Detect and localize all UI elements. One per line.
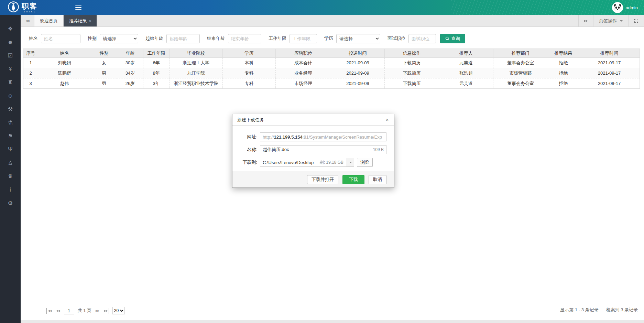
sidebar-item-recruitment[interactable]: ⚒ (0, 103, 21, 116)
scroll-tabs-right-icon[interactable]: ▶▶ (578, 15, 593, 26)
first-page-icon[interactable]: ◀◀ (46, 308, 52, 314)
talent-icon: Ψ (8, 147, 12, 153)
column-header[interactable]: 序号 (23, 49, 38, 58)
column-header[interactable]: 信息操作 (385, 49, 439, 58)
column-header[interactable]: 工作年限 (143, 49, 170, 58)
column-header[interactable]: 投递时间 (331, 49, 385, 58)
table-cell: 2 (23, 68, 38, 78)
age-end-filter-input[interactable] (228, 34, 261, 43)
tab-close-icon[interactable]: × (89, 19, 91, 23)
sidebar-item-team[interactable]: ☺ (0, 89, 21, 103)
interview-post-filter-input[interactable] (408, 34, 436, 43)
table-cell: 3年 (143, 78, 170, 89)
horizontal-scrollbar[interactable] (21, 320, 644, 323)
info-icon: i (10, 187, 11, 193)
sidebar-item-tasks[interactable]: ☑ (0, 49, 21, 62)
sidebar-item-dashboard[interactable]: ❖ (0, 22, 21, 35)
column-header[interactable]: 姓名 (38, 49, 91, 58)
destination-field[interactable]: C:\Users\Lenovo\Desktop 剩: 19.18 GB (260, 158, 346, 167)
download-button[interactable]: 下载 (342, 175, 364, 184)
scroll-tabs-left-icon[interactable]: ◀◀ (21, 15, 34, 26)
filter-toolbar: 姓名 性别 请选择 起始年龄 结束年龄 工作年限 学历 请选择 (21, 27, 644, 43)
sidebar-item-flag[interactable]: ⚑ (0, 129, 21, 143)
page-number-input[interactable] (64, 307, 74, 314)
search-button[interactable]: 查询 (440, 34, 465, 43)
column-header[interactable]: 性别 (91, 49, 117, 58)
table-row: 3赵伟男26岁3年浙江经贸职业技术学院专科市场经理2021-09-09下载简历元… (23, 78, 640, 89)
column-header[interactable]: 推荐时间 (579, 49, 640, 58)
tab-welcome-home[interactable]: 欢迎首页 (34, 15, 64, 26)
results-table: 序号姓名性别年龄工作年限毕业院校学历应聘职位投递时间信息操作推荐人推荐部门推荐结… (23, 49, 640, 89)
interview-post-filter-label: 面试职位 (388, 35, 405, 42)
table-cell: 男 (91, 68, 117, 78)
column-header[interactable]: 学历 (223, 49, 276, 58)
user-icon: ♙ (8, 160, 13, 166)
table-cell: 董事会办公室 (493, 58, 548, 68)
table-cell: 8年 (143, 68, 170, 78)
next-page-icon[interactable]: ▶▶ (95, 308, 100, 314)
username[interactable]: admin (626, 5, 638, 10)
pagination: ◀◀ ◀◀ 共 1 页 ▶▶ ▶▶ 20 (46, 307, 125, 314)
table-cell: 元芙道 (439, 78, 493, 89)
table-cell: 张浩超 (439, 68, 493, 78)
filename-field[interactable]: 赵伟简历.doc 109 B (260, 145, 386, 154)
last-page-icon[interactable]: ▶▶ (103, 308, 109, 314)
download-resume-link[interactable]: 下载简历 (385, 68, 439, 78)
dialog-close-icon[interactable]: × (384, 117, 391, 122)
sidebar-item-candidates[interactable]: ☻ (0, 35, 21, 49)
sidebar-item-interview[interactable]: ⚗ (0, 116, 21, 129)
education-filter-select[interactable]: 请选择 (336, 34, 380, 43)
table-cell: 拒绝 (548, 58, 579, 68)
page-size-select[interactable]: 20 (112, 307, 125, 314)
sidebar-item-info[interactable]: i (0, 183, 21, 196)
sidebar-item-award[interactable]: ♛ (0, 170, 21, 183)
education-filter-label: 学历 (324, 35, 333, 42)
sidebar-item-user[interactable]: ♙ (0, 156, 21, 170)
sidebar-item-organization[interactable]: ♜ (0, 76, 21, 89)
download-dialog: 新建下载任务 × 网址: http://121.199.5.154:81/Sys… (232, 114, 394, 188)
avatar[interactable] (612, 2, 623, 13)
download-resume-link[interactable]: 下载简历 (385, 78, 439, 89)
gender-filter-label: 性别 (88, 35, 97, 42)
table-cell: 专科 (223, 78, 276, 89)
column-header[interactable]: 年龄 (117, 49, 143, 58)
url-field[interactable]: http://121.199.5.154:81/SystemManage/Scr… (260, 132, 386, 141)
column-header[interactable]: 应聘职位 (276, 49, 331, 58)
tab-operations-dropdown[interactable]: 页签操作 (593, 15, 628, 26)
top-bar: 职客 IZHIKE admin (0, 0, 644, 15)
download-and-open-button[interactable]: 下载并打开 (307, 175, 338, 184)
table-cell: 26岁 (117, 78, 143, 89)
destination-dropdown-button[interactable] (346, 158, 354, 167)
fullscreen-toggle-icon[interactable] (628, 15, 644, 26)
menu-toggle-icon[interactable] (75, 4, 81, 11)
cancel-button[interactable]: 取消 (369, 175, 386, 184)
flag-icon: ⚑ (8, 133, 13, 139)
url-label: 网址: (232, 134, 260, 140)
total-pages-label: 共 1 页 (78, 308, 91, 314)
download-resume-link[interactable]: 下载简历 (385, 58, 439, 68)
gender-filter-select[interactable]: 请选择 (100, 34, 138, 43)
column-header[interactable]: 推荐结果 (548, 49, 579, 58)
file-size-label: 109 B (371, 147, 384, 152)
sidebar-item-talent[interactable]: Ψ (0, 143, 21, 156)
work-years-filter-input[interactable] (290, 34, 317, 43)
interview-icon: ⚗ (8, 119, 13, 126)
chevron-down-icon (620, 20, 623, 22)
sidebar-item-salary[interactable]: ¥ (0, 62, 21, 76)
tab-recommend-results[interactable]: 推荐结果 × (64, 15, 97, 26)
column-header[interactable]: 推荐人 (439, 49, 493, 58)
table-cell: 浙江经贸职业技术学院 (170, 78, 223, 89)
search-result-count: 检索到 3 条记录 (606, 307, 638, 313)
age-start-filter-input[interactable] (166, 34, 200, 43)
table-cell: 市场经理 (276, 78, 331, 89)
column-header[interactable]: 毕业院校 (170, 49, 223, 58)
prev-page-icon[interactable]: ◀◀ (55, 308, 60, 314)
column-header[interactable]: 推荐部门 (493, 49, 548, 58)
table-cell: 业务经理 (276, 68, 331, 78)
table-cell: 1 (23, 58, 38, 68)
name-filter-input[interactable] (41, 34, 80, 43)
sidebar-item-settings[interactable]: ⚙ (0, 196, 21, 210)
team-icon: ☺ (8, 93, 13, 99)
candidates-icon: ☻ (8, 39, 13, 45)
browse-button[interactable]: 浏览 (357, 158, 373, 167)
